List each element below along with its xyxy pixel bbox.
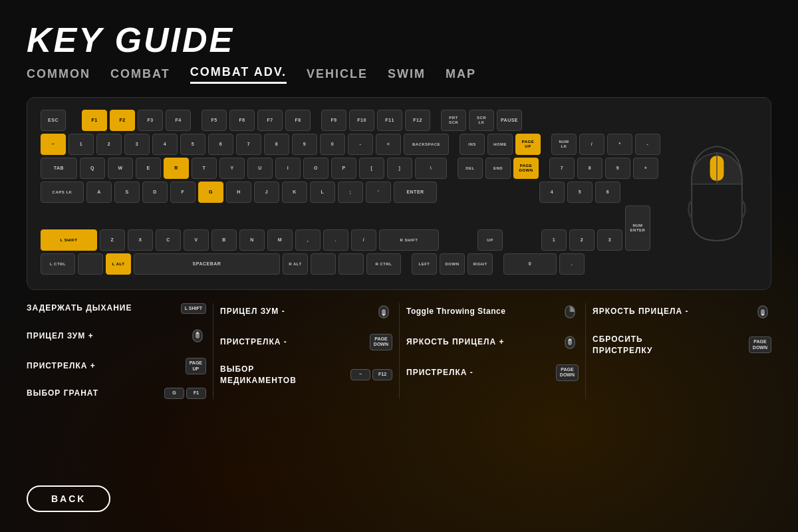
key-badge-f12: F12	[372, 369, 392, 380]
tab-combat-adv[interactable]: COMBAT ADV.	[190, 65, 287, 84]
key-l: L	[310, 182, 335, 203]
binding-brightness-down: ЯРКОСТЬ ПРИЦЕЛА -	[593, 303, 771, 321]
key-capslock: CAPS LK	[41, 182, 84, 203]
key-f3: F3	[138, 110, 163, 131]
key-rmenu	[338, 253, 364, 275]
key-right: RIGHT	[467, 253, 493, 275]
binding-zeroing-down2-label: ПРИСТРЕЛКА -	[406, 368, 473, 378]
key-lctrl: L CTRL	[41, 253, 75, 275]
key-d: D	[142, 182, 168, 203]
key-comma: ,	[295, 229, 321, 251]
key-f4: F4	[166, 110, 191, 131]
key-0: 0	[320, 134, 345, 155]
key-scrlk: SCRLK	[469, 110, 494, 131]
key-left: LEFT	[412, 253, 437, 275]
key-j: J	[254, 182, 279, 203]
key-tab: TAB	[41, 158, 77, 179]
key-t: T	[192, 158, 217, 179]
binding-scope-zoom-down: ПРИЦЕЛ ЗУМ -	[220, 303, 392, 321]
key-backspace: BACKSPACE	[404, 134, 449, 155]
key-numdot: .	[559, 253, 585, 275]
key-b: B	[211, 229, 237, 251]
key-pgdn: PAGEDOWN	[513, 158, 539, 179]
mouse-scroll-down-icon	[375, 303, 392, 321]
key-p: P	[331, 158, 356, 179]
bindings-col1: ЗАДЕРЖАТЬ ДЫХАНИЕ L SHIFT ПРИЦЕЛ ЗУМ + П	[27, 303, 213, 399]
binding-zeroing-down2-keys: PAGEDOWN	[556, 364, 579, 381]
mouse-scroll-down2-icon	[754, 303, 771, 321]
key-space: SPACEBAR	[134, 253, 280, 275]
key-num1: 1	[541, 229, 567, 251]
key-o: O	[303, 158, 329, 179]
key-4: 4	[152, 134, 178, 155]
key-e: E	[136, 158, 161, 179]
tab-swim[interactable]: SWIM	[388, 67, 426, 84]
key-f6: F6	[229, 110, 255, 131]
binding-brightness-up-keys	[561, 334, 579, 351]
key-pause: PAUSE	[497, 110, 522, 131]
tab-common[interactable]: COMMON	[27, 67, 90, 84]
key-u: U	[247, 158, 273, 179]
key-f1: F1	[82, 110, 107, 131]
key-y: Y	[219, 158, 245, 179]
binding-zeroing-up-label: ПРИСТРЕЛКА +	[27, 361, 96, 372]
key-badge-pgdn3: PAGEDOWN	[749, 336, 771, 353]
key-num3: 3	[597, 229, 622, 251]
key-w: W	[108, 158, 133, 179]
binding-scope-zoom-up-keys	[189, 327, 206, 344]
key-minus: -	[348, 134, 373, 155]
key-7: 7	[236, 134, 261, 155]
key-badge-pgdn: PAGEDOWN	[370, 334, 392, 350]
key-backslash: \	[415, 158, 447, 179]
key-8: 8	[264, 134, 289, 155]
back-button[interactable]: BACK	[27, 485, 110, 512]
key-n: N	[239, 229, 265, 251]
key-9: 9	[292, 134, 317, 155]
binding-select-grenade: ВЫБОР ГРАНАТ G F1	[27, 388, 206, 398]
key-f10: F10	[349, 110, 374, 131]
binding-select-medicine: ВЫБОРМЕДИКАМЕНТОВ ~ F12	[220, 364, 392, 386]
key-numplus: +	[633, 158, 658, 179]
key-down: DOWN	[440, 253, 465, 275]
key-a: A	[86, 182, 112, 203]
key-badge-pgdn2: PAGEDOWN	[556, 364, 579, 381]
tab-combat[interactable]: COMBAT	[110, 67, 170, 84]
bindings-col2: ПРИЦЕЛ ЗУМ - ПРИСТРЕЛКА - PAGEDOWN ВЫБОР	[213, 303, 399, 399]
key-lwin	[78, 253, 103, 275]
binding-throwing-stance-keys	[561, 303, 579, 321]
key-f5: F5	[201, 110, 227, 131]
key-rshift: R SHIFT	[379, 229, 439, 251]
binding-scope-zoom-up-label: ПРИЦЕЛ ЗУМ +	[27, 331, 94, 342]
mouse-scroll-up-icon	[189, 327, 206, 344]
binding-brightness-up-label: ЯРКОСТЬ ПРИЦЕЛА +	[406, 337, 504, 348]
key-numminus: -	[635, 134, 660, 155]
key-rbracket: ]	[387, 158, 412, 179]
key-numslash: /	[579, 134, 604, 155]
key-badge-tilde: ~	[350, 369, 370, 380]
key-3: 3	[124, 134, 150, 155]
binding-select-medicine-keys: ~ F12	[350, 369, 392, 380]
key-numstar: *	[607, 134, 632, 155]
key-s: S	[114, 182, 140, 203]
binding-zeroing-up: ПРИСТРЕЛКА + PAGEUp	[27, 358, 206, 374]
key-equals: =	[376, 134, 401, 155]
tab-vehicle[interactable]: VEHICLE	[307, 67, 368, 84]
keyboard-section: ESC F1 F2 F3 F4 F5 F6 F7 F8 F9 F10 F11 F…	[27, 97, 771, 290]
binding-select-medicine-label: ВЫБОРМЕДИКАМЕНТОВ	[220, 364, 297, 386]
binding-reset-zeroing: СБРОСИТЬПРИСТРЕЛКУ PAGEDOWN	[593, 334, 771, 356]
key-ins: INS	[460, 134, 485, 155]
key-q: Q	[80, 158, 105, 179]
binding-select-grenade-label: ВЫБОР ГРАНАТ	[27, 388, 98, 399]
key-lbracket: [	[359, 158, 384, 179]
key-semicolon: ;	[338, 182, 363, 203]
key-f12: F12	[405, 110, 430, 131]
key-x: X	[128, 229, 153, 251]
key-num4: 4	[539, 182, 565, 203]
tab-map[interactable]: MAP	[446, 67, 476, 84]
key-f: F	[170, 182, 196, 203]
key-badge-lshift: L SHIFT	[181, 303, 206, 314]
binding-hold-breath-label: ЗАДЕРЖАТЬ ДЫХАНИЕ	[27, 303, 132, 314]
key-num6: 6	[595, 182, 620, 203]
binding-scope-zoom-down-keys	[375, 303, 392, 321]
key-num7: 7	[549, 158, 575, 179]
